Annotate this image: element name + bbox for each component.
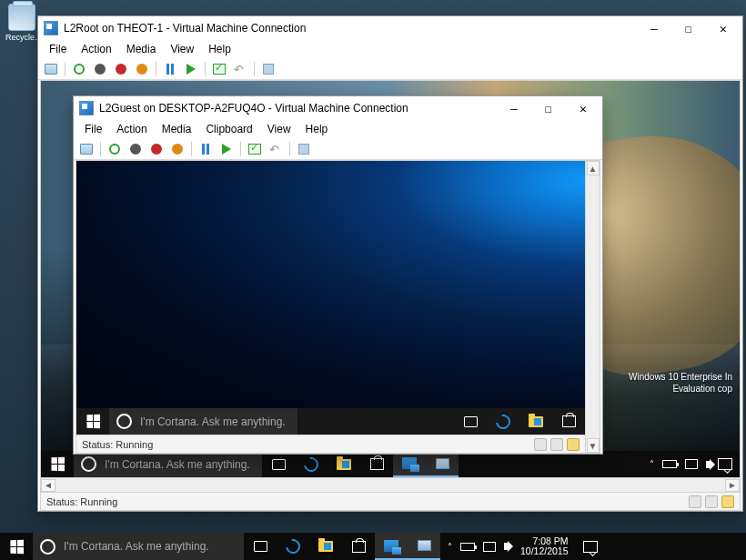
- store-button[interactable]: [552, 408, 585, 435]
- turnoff-button[interactable]: [91, 60, 109, 78]
- host-cortana-input[interactable]: [64, 540, 237, 553]
- outer-menu-media[interactable]: Media: [119, 41, 164, 57]
- shutdown-button[interactable]: [112, 60, 130, 78]
- store-icon: [562, 415, 576, 427]
- reset-button[interactable]: [217, 140, 236, 158]
- outer-minimize-button[interactable]: —: [637, 17, 671, 39]
- task-view-button[interactable]: [262, 451, 295, 477]
- hyperv-icon: [384, 540, 398, 552]
- ctrl-alt-del-button[interactable]: [42, 60, 60, 78]
- inner-guest-cortana-search[interactable]: [109, 408, 297, 435]
- hyperv-manager-button[interactable]: [375, 533, 408, 560]
- network-icon[interactable]: [685, 459, 698, 469]
- recycle-bin[interactable]: Recycle…: [5, 4, 38, 42]
- inner-menu-clipboard[interactable]: Clipboard: [198, 121, 259, 137]
- inner-statusbar: Status: Running: [76, 435, 585, 453]
- chevron-up-icon[interactable]: ˄: [650, 459, 654, 469]
- shutdown-button[interactable]: [147, 140, 166, 158]
- file-explorer-button[interactable]: [519, 408, 552, 435]
- start-button[interactable]: [106, 140, 124, 158]
- host-systray[interactable]: ˄: [440, 542, 515, 552]
- battery-icon[interactable]: [662, 460, 677, 468]
- outer-guest-cortana-search[interactable]: [74, 451, 262, 477]
- vmconnect-taskbar-button[interactable]: [426, 451, 459, 477]
- outer-guest-systray[interactable]: ˄: [642, 458, 740, 470]
- checkpoint-button[interactable]: [246, 140, 264, 158]
- inner-menu-help[interactable]: Help: [298, 121, 336, 137]
- inner-menu-file[interactable]: File: [77, 121, 109, 137]
- action-center-icon: [583, 541, 598, 553]
- network-icon[interactable]: [483, 542, 496, 552]
- edge-button[interactable]: [277, 533, 309, 560]
- action-center-button[interactable]: [574, 533, 607, 560]
- status-lock-icon: [567, 438, 580, 451]
- outer-titlebar[interactable]: L2Root on THEOT-1 - Virtual Machine Conn…: [38, 16, 742, 40]
- scroll-left-button[interactable]: ◄: [41, 479, 55, 492]
- scroll-down-button[interactable]: ▼: [587, 438, 600, 453]
- reset-button[interactable]: [182, 60, 200, 78]
- scroll-track[interactable]: [55, 479, 725, 492]
- vmconnect-taskbar-button[interactable]: [408, 533, 440, 560]
- outer-guest-taskbar: ˄: [41, 451, 740, 477]
- inner-menu-action[interactable]: Action: [109, 121, 154, 137]
- inner-minimize-button[interactable]: —: [497, 97, 531, 119]
- folder-icon: [337, 459, 351, 470]
- separator: [205, 62, 206, 76]
- checkpoint-button[interactable]: [210, 60, 228, 78]
- scroll-up-button[interactable]: ▲: [587, 161, 600, 175]
- revert-button[interactable]: ↶: [267, 140, 285, 158]
- outer-guest-start-button[interactable]: [41, 451, 74, 477]
- inner-guest-cortana-input[interactable]: [140, 415, 290, 428]
- store-button[interactable]: [360, 451, 393, 477]
- enhanced-session-button[interactable]: [259, 60, 277, 78]
- host-clock[interactable]: 7:08 PM 10/12/2015: [515, 536, 574, 556]
- chevron-up-icon[interactable]: ˄: [448, 542, 452, 552]
- pause-button[interactable]: [197, 140, 215, 158]
- outer-maximize-button[interactable]: ☐: [671, 17, 706, 39]
- inner-titlebar[interactable]: L2Guest on DESKTOP-A2FUQ4O - Virtual Mac…: [74, 96, 602, 120]
- outer-title-text: L2Root on THEOT-1 - Virtual Machine Conn…: [64, 22, 637, 35]
- save-button[interactable]: [133, 60, 151, 78]
- outer-close-button[interactable]: ✕: [706, 17, 741, 39]
- edge-button[interactable]: [487, 408, 519, 435]
- outer-menu-help[interactable]: Help: [201, 41, 238, 57]
- ctrl-alt-del-button[interactable]: [77, 140, 96, 158]
- pause-button[interactable]: [161, 60, 179, 78]
- outer-horizontal-scrollbar[interactable]: ◄ ►: [41, 477, 740, 492]
- inner-close-button[interactable]: ✕: [566, 97, 600, 119]
- inner-maximize-button[interactable]: ☐: [531, 97, 566, 119]
- cortana-icon: [116, 414, 132, 429]
- save-button[interactable]: [168, 140, 186, 158]
- inner-guest-start-button[interactable]: [76, 408, 109, 435]
- file-explorer-button[interactable]: [309, 533, 342, 560]
- speaker-icon[interactable]: [706, 461, 710, 468]
- separator: [254, 62, 255, 76]
- scroll-track[interactable]: [587, 175, 600, 438]
- hyperv-manager-button[interactable]: [393, 451, 426, 477]
- task-view-button[interactable]: [454, 408, 487, 435]
- battery-icon[interactable]: [460, 543, 475, 551]
- store-button[interactable]: [342, 533, 375, 560]
- edge-button[interactable]: [295, 451, 328, 477]
- outer-guest-cortana-input[interactable]: [105, 458, 255, 471]
- task-view-icon: [254, 541, 267, 552]
- scroll-right-button[interactable]: ►: [725, 479, 740, 492]
- store-icon: [352, 541, 366, 553]
- outer-menu-view[interactable]: View: [163, 41, 201, 57]
- inner-menu-media[interactable]: Media: [155, 121, 199, 137]
- host-start-button[interactable]: [0, 533, 33, 560]
- outer-menu-file[interactable]: File: [42, 41, 74, 57]
- revert-button[interactable]: ↶: [231, 60, 249, 78]
- turnoff-button[interactable]: [126, 140, 145, 158]
- start-button[interactable]: [70, 60, 88, 78]
- file-explorer-button[interactable]: [328, 451, 360, 477]
- inner-vertical-scrollbar[interactable]: ▲ ▼: [585, 161, 600, 453]
- outer-menu-action[interactable]: Action: [74, 41, 118, 57]
- speaker-icon[interactable]: [504, 543, 508, 550]
- host-cortana-search[interactable]: [33, 533, 244, 560]
- task-view-button[interactable]: [244, 533, 277, 560]
- inner-guest-desktop[interactable]: [76, 161, 585, 408]
- enhanced-session-button[interactable]: [295, 140, 313, 158]
- inner-menu-view[interactable]: View: [260, 121, 298, 137]
- action-center-icon[interactable]: [718, 458, 732, 470]
